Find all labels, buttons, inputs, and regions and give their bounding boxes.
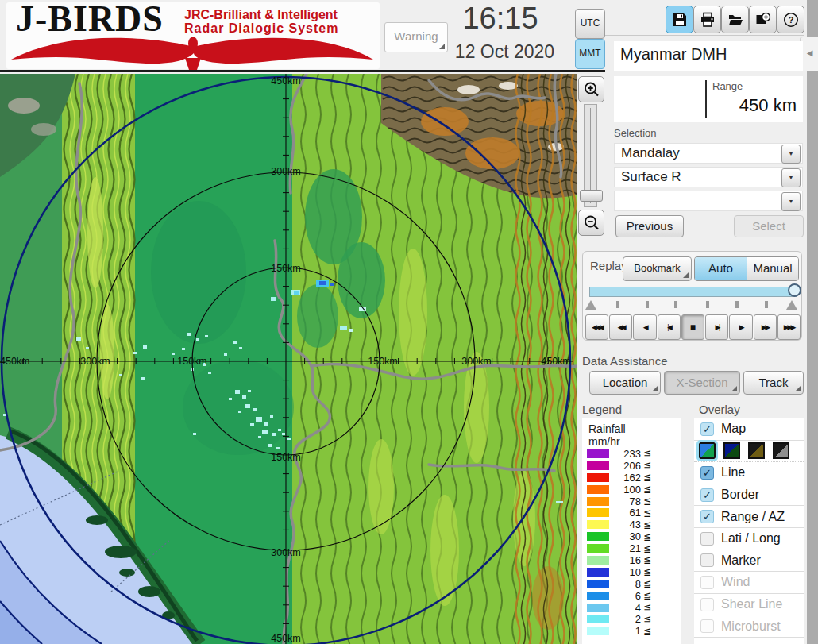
replay-slider-handle[interactable]: [788, 283, 801, 297]
zoom-out-button[interactable]: [578, 210, 604, 236]
slider-tick: [646, 301, 649, 308]
printer-icon: [700, 12, 716, 28]
checkbox[interactable]: ✓: [700, 422, 714, 436]
legend-color-swatch: [587, 532, 609, 541]
checkbox[interactable]: [700, 619, 714, 633]
playback-step-forward[interactable]: ▶|: [705, 314, 728, 340]
xsection-button[interactable]: X-Section: [664, 371, 740, 395]
ring-label-w-450: 450km: [0, 356, 38, 367]
playback-play[interactable]: ▶: [729, 314, 752, 340]
legend-row: 78≦: [582, 496, 681, 507]
legend-operator: ≦: [643, 531, 651, 542]
checkbox[interactable]: [700, 532, 714, 546]
zoom-slider-thumb[interactable]: [580, 190, 603, 202]
station-dropdown-arrow[interactable]: ▼: [781, 145, 801, 164]
auto-button[interactable]: Auto: [695, 257, 747, 280]
checkbox[interactable]: [700, 598, 714, 611]
mmt-button[interactable]: MMT: [575, 39, 605, 69]
checkbox[interactable]: [700, 576, 714, 589]
overlay-item-lati-long[interactable]: Lati / Long: [694, 528, 804, 550]
chevron-down-icon: ▼: [789, 199, 794, 204]
range-value: 450 km: [739, 95, 797, 116]
overlay-item-map[interactable]: ✓Map: [694, 418, 804, 441]
selection-label: Selection: [614, 127, 656, 139]
style-black-gray[interactable]: [773, 442, 789, 459]
playback-fast-rewind-3[interactable]: ◀◀◀: [585, 314, 608, 340]
radar-map[interactable]: 450km 300km 150km 150km 300km 450km 450k…: [0, 74, 577, 644]
legend-row: 100≦: [582, 484, 681, 496]
ring-label-n-150: 150km: [267, 263, 305, 274]
slider-end-marker[interactable]: [786, 300, 797, 310]
ring-label-s-450: 450km: [267, 633, 305, 644]
style-navy-darkgreen[interactable]: [723, 442, 740, 459]
legend-color-swatch: [587, 568, 609, 577]
legend-row: 6≦: [582, 590, 681, 602]
playback-play-reverse[interactable]: ◀: [633, 314, 656, 340]
playback-fast-rewind-2[interactable]: ◀◀: [609, 314, 632, 340]
bookmark-button[interactable]: Bookmark: [623, 256, 692, 281]
legend-row: 8≦: [582, 578, 681, 590]
location-button[interactable]: Location: [589, 371, 661, 395]
overlay-item-microburst[interactable]: Microburst: [694, 615, 804, 638]
legend-row: 61≦: [582, 507, 681, 519]
data-assistance-label: Data Assistance: [582, 354, 668, 368]
playback-fast-forward-3[interactable]: ▶▶▶: [777, 314, 801, 340]
utc-button[interactable]: UTC: [575, 9, 605, 39]
capture-add-button[interactable]: [749, 6, 777, 33]
eagle-logo-icon: [10, 34, 375, 71]
checkbox[interactable]: ✓: [700, 510, 714, 523]
slider-start-marker[interactable]: [585, 300, 596, 310]
topbar-divider: [0, 70, 605, 72]
slider-tick: [616, 301, 619, 308]
clock-date: 12 Oct 2020: [435, 41, 574, 63]
option-dropdown-arrow[interactable]: ▼: [781, 192, 801, 211]
select-button[interactable]: Select: [734, 215, 804, 237]
print-button[interactable]: [693, 6, 721, 33]
manual-button[interactable]: Manual: [747, 257, 798, 280]
legend-operator: ≦: [643, 566, 651, 577]
station-dropdown-value: Mandalay: [621, 145, 802, 161]
replay-label: Replay: [590, 259, 627, 272]
overlay-item-wind[interactable]: Wind: [694, 572, 804, 594]
product-dropdown-value: Surface R: [621, 169, 802, 185]
station-dropdown[interactable]: Mandalay ▼: [614, 143, 803, 164]
style-black-olive[interactable]: [748, 442, 765, 459]
overlay-item-marker[interactable]: Marker: [694, 550, 804, 573]
overlay-item-range-az[interactable]: ✓Range / AZ: [694, 506, 804, 528]
open-folder-button[interactable]: [721, 6, 749, 33]
overlay-item-shear-line[interactable]: Shear Line: [694, 594, 804, 616]
legend-operator: ≦: [643, 472, 651, 483]
replay-slider-track[interactable]: [589, 287, 797, 297]
playback-fast-forward-2[interactable]: ▶▶: [754, 314, 777, 340]
track-button[interactable]: Track: [743, 371, 804, 395]
zoom-in-button[interactable]: [578, 76, 604, 102]
save-icon: [672, 12, 688, 28]
checkbox[interactable]: ✓: [700, 488, 714, 502]
legend-color-swatch: [587, 473, 609, 482]
overlay-item-border[interactable]: ✓Border: [694, 484, 804, 507]
station-name: Myanmar DMH: [620, 45, 803, 64]
playback-step-back[interactable]: |◀: [658, 314, 681, 340]
style-blue-green[interactable]: [699, 442, 716, 459]
previous-button[interactable]: Previous: [615, 215, 684, 237]
legend-color-swatch: [587, 615, 609, 623]
checkbox[interactable]: [700, 553, 714, 567]
legend-operator: ≦: [643, 554, 651, 565]
legend-panel: Rainfall mm/hr 233≦206≦162≦100≦78≦61≦43≦…: [582, 418, 681, 644]
option-dropdown[interactable]: ▼: [614, 191, 803, 211]
product-dropdown[interactable]: Surface R ▼: [614, 167, 803, 187]
save-button[interactable]: [666, 6, 693, 33]
help-button[interactable]: ?: [777, 6, 804, 33]
playback-stop[interactable]: ■: [681, 314, 704, 340]
svg-text:?: ?: [788, 15, 793, 25]
panel-edge-strip: [807, 0, 818, 644]
ring-label-s-150: 150km: [267, 452, 305, 463]
checkbox[interactable]: ✓: [700, 466, 714, 480]
product-dropdown-arrow[interactable]: ▼: [781, 168, 801, 187]
overlay-item-line[interactable]: ✓Line: [694, 462, 804, 484]
range-label: Range: [712, 80, 743, 92]
map-style-row: [694, 441, 804, 463]
legend-value: 10: [609, 566, 641, 578]
legend-value: 233: [609, 448, 641, 460]
legend-row: 4≦: [582, 602, 681, 614]
